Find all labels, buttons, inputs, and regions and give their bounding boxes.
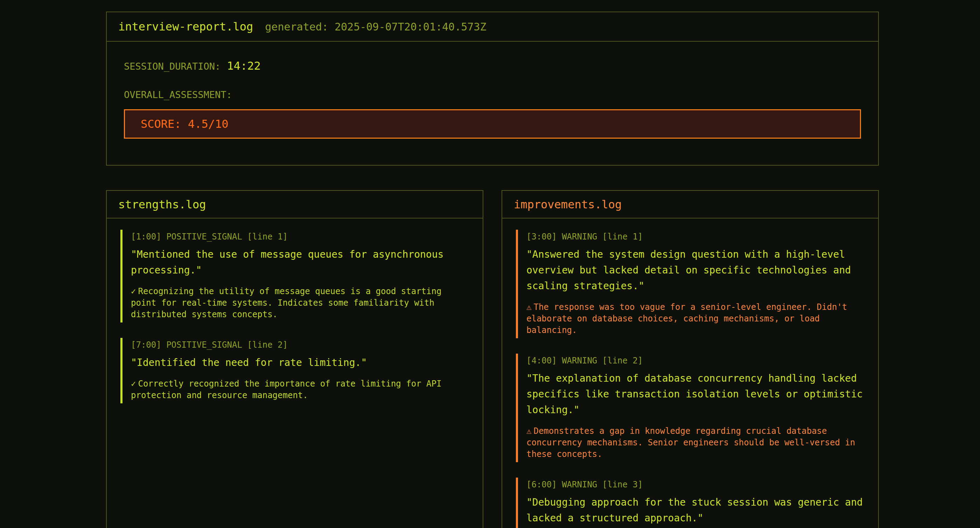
warning-icon: ⚠: [527, 426, 531, 436]
entry-quote: "Debugging approach for the stuck sessio…: [527, 495, 865, 526]
score-box: SCORE: 4.5/10: [124, 109, 861, 139]
strengths-panel: strengths.log [1:00] POSITIVE_SIGNAL [li…: [106, 190, 484, 528]
entry-meta: [6:00] WARNING [line 3]: [527, 479, 865, 490]
session-duration-value: 14:22: [227, 59, 260, 72]
report-summary: SESSION_DURATION: 14:22 OVERALL_ASSESSME…: [107, 41, 878, 139]
entry-quote: "Identified the need for rate limiting.": [131, 355, 469, 370]
improvements-entry-list: [3:00] WARNING [line 1] "Answered the sy…: [502, 219, 878, 528]
entry-note-text: The response was too vague for a senior-…: [527, 302, 847, 335]
report-filename: interview-report.log: [118, 20, 253, 33]
entry-quote: "The explanation of database concurrency…: [527, 370, 865, 418]
entry-note: ⚠Demonstrates a gap in knowledge regardi…: [527, 426, 865, 460]
log-columns: strengths.log [1:00] POSITIVE_SIGNAL [li…: [106, 190, 879, 528]
overall-assessment-label: OVERALL_ASSESSMENT:: [124, 89, 232, 100]
entry-quote: "Mentioned the use of message queues for…: [131, 247, 469, 278]
entry-note: ✓Correctly recognized the importance of …: [131, 378, 469, 401]
improvements-panel-title: improvements.log: [502, 191, 878, 219]
entry-meta: [3:00] WARNING [line 1]: [527, 231, 865, 242]
strengths-panel-title: strengths.log: [107, 191, 483, 219]
check-icon: ✓: [131, 286, 136, 296]
entry-note-text: Recognizing the utility of message queue…: [131, 286, 441, 319]
entry-note: ⚠The response was too vague for a senior…: [527, 301, 865, 336]
generated-timestamp: generated: 2025-09-07T20:01:40.573Z: [265, 21, 486, 33]
strengths-entry-list: [1:00] POSITIVE_SIGNAL [line 1] "Mention…: [107, 219, 483, 426]
entry-meta: [1:00] POSITIVE_SIGNAL [line 1]: [131, 231, 469, 242]
log-entry: [6:00] WARNING [line 3] "Debugging appro…: [516, 478, 865, 528]
entry-note-text: Demonstrates a gap in knowledge regardin…: [527, 426, 855, 459]
session-duration-row: SESSION_DURATION: 14:22: [124, 59, 861, 72]
score-value: SCORE: 4.5/10: [141, 117, 228, 131]
report-header-panel: interview-report.log generated: 2025-09-…: [106, 11, 879, 166]
entry-note: ✓Recognizing the utility of message queu…: [131, 286, 469, 321]
session-duration-label: SESSION_DURATION:: [124, 61, 221, 72]
entry-meta: [4:00] WARNING [line 2]: [527, 355, 865, 366]
log-entry: [7:00] POSITIVE_SIGNAL [line 2] "Identif…: [120, 338, 469, 404]
log-entry: [4:00] WARNING [line 2] "The explanation…: [516, 354, 865, 462]
log-entry: [1:00] POSITIVE_SIGNAL [line 1] "Mention…: [120, 230, 469, 322]
overall-assessment-row: OVERALL_ASSESSMENT:: [124, 89, 861, 100]
warning-icon: ⚠: [527, 302, 531, 312]
entry-meta: [7:00] POSITIVE_SIGNAL [line 2]: [131, 339, 469, 351]
entry-quote: "Answered the system design question wit…: [527, 247, 865, 294]
report-titlebar: interview-report.log generated: 2025-09-…: [107, 12, 878, 41]
check-icon: ✓: [131, 379, 136, 389]
entry-note-text: Correctly recognized the importance of r…: [131, 379, 441, 400]
log-entry: [3:00] WARNING [line 1] "Answered the sy…: [516, 230, 865, 338]
improvements-panel: improvements.log [3:00] WARNING [line 1]…: [501, 190, 879, 528]
